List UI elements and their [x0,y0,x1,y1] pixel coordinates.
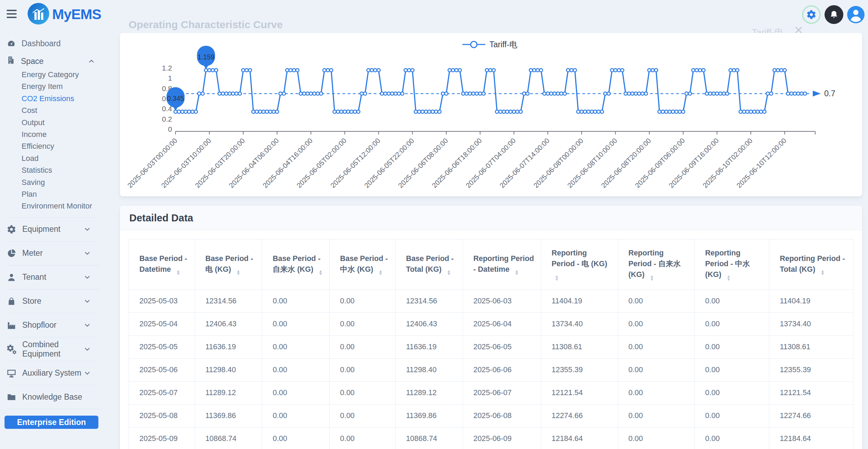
table-cell: 0.00 [695,335,769,358]
table-row: 2025-05-0412406.430.000.0012406.432025-0… [129,312,853,335]
sidebar-group-store[interactable]: Store [6,289,99,313]
sidebar-item-statistics[interactable]: Statistics [6,164,103,176]
svg-text:1.159: 1.159 [197,53,214,61]
table-cell: 2025-06-05 [463,335,541,358]
sort-updown-icon: ▲▼ [820,270,825,276]
sidebar-item-saving[interactable]: Saving [6,177,103,188]
sort-updown-icon: ▲▼ [447,270,451,276]
tariff-chart[interactable]: Tariff-电2025-06-03T00:00:002025-06-03T10… [120,33,862,196]
y-axis-label: 0.2 [162,115,172,123]
table-cell: 12121.54 [541,381,618,404]
brand-name: MyEMS [52,6,101,23]
sidebar-group-auxiliary-system[interactable]: Auxiliary System [6,361,99,385]
enterprise-edition-button[interactable]: Enterprise Edition [5,416,98,429]
chevron-down-icon [83,369,91,377]
column-header-label: Reporting Period - 自来水 (KG) [628,249,681,279]
table-cell: 0.00 [695,289,769,312]
column-header-base-period-中水-kg-[interactable]: Base Period - 中水 (KG) ▲▼ [330,239,396,290]
table-cell: 0.00 [330,381,396,404]
column-header-reporting-period-total-kg-[interactable]: Reporting Period - Total (KG) ▲▼ [769,239,853,290]
table-cell: 0.00 [618,427,695,449]
chart-card: Tariff-电2025-06-03T00:00:002025-06-03T10… [120,33,862,196]
table-cell: 13734.40 [541,312,618,335]
sidebar-group-label: Knowledge Base [22,392,82,402]
column-header-reporting-period-datetime[interactable]: Reporting Period - Datetime ▲▼ [463,239,541,290]
column-header-reporting-period-电-kg-[interactable]: Reporting Period - 电 (KG) ▲▼ [541,239,618,290]
column-header-base-period-自来水-kg-[interactable]: Base Period - 自来水 (KG) ▲▼ [262,239,330,290]
pie-chart-icon [6,248,17,258]
scrolled-page-title: Operating Characteristic Curve [129,19,283,31]
sidebar-group-combined-equipment[interactable]: Combined Equipment [6,337,99,361]
table-cell: 10868.74 [195,427,262,449]
column-header-label: Reporting Period - Total (KG) [780,254,845,274]
sort-updown-icon: ▲▼ [379,270,383,276]
detailed-data-card: Detailed Data Base Period - Datetime ▲▼B… [120,206,862,449]
table-cell: 0.00 [262,404,330,427]
table-cell: 11298.40 [195,358,262,381]
table-row: 2025-05-0312314.560.000.0012314.562025-0… [129,289,853,312]
table-cell: 12184.64 [541,427,618,449]
column-header-reporting-period-中水-kg-[interactable]: Reporting Period - 中水 (KG) ▲▼ [695,239,769,290]
sidebar-group-space[interactable]: Space [6,55,103,67]
card-header: Detailed Data [120,206,862,230]
app-root: MyEMS Dashboard [0,0,868,449]
sidebar-group-label: Tenant [22,272,46,282]
sidebar-group-equipment[interactable]: Equipment [6,217,99,241]
sidebar-nav: Dashboard Space [0,28,103,409]
chevron-down-icon [83,345,91,353]
column-header-base-period-total-kg-[interactable]: Base Period - Total (KG) ▲▼ [395,239,463,290]
sidebar-item-energy-category[interactable]: Energy Category [6,69,103,81]
sort-updown-icon: ▲▼ [555,275,559,281]
sidebar-item-load[interactable]: Load [6,153,103,164]
sidebar-item-plan[interactable]: Plan [6,188,103,200]
table-cell: 2025-05-09 [129,427,195,449]
sidebar-group-shopfloor[interactable]: Shopfloor [6,313,99,337]
table-row: 2025-05-0611298.400.000.0011298.402025-0… [129,358,853,381]
sort-updown-icon: ▲▼ [318,270,323,276]
sidebar-item-income[interactable]: Income [6,129,103,140]
sidebar-group-tenant[interactable]: Tenant [6,265,99,289]
table-cell: 2025-06-08 [463,404,541,427]
table-row: 2025-05-0711289.120.000.0011289.122025-0… [129,381,853,404]
sidebar-item-output[interactable]: Output [6,117,103,129]
user-avatar-icon[interactable] [847,6,865,23]
sidebar-group-meter[interactable]: Meter [6,241,99,265]
notifications-bell-icon[interactable] [825,5,843,24]
column-header-base-period-datetime[interactable]: Base Period - Datetime ▲▼ [129,239,195,290]
table-cell: 12274.66 [541,404,618,427]
sidebar-item-efficiency[interactable]: Efficiency [6,140,103,152]
table-cell: 2025-06-04 [463,312,541,335]
table-cell: 12355.39 [541,358,618,381]
sidebar-item-energy-item[interactable]: Energy Item [6,81,103,92]
table-row: 2025-05-0910868.740.000.0010868.742025-0… [129,427,853,449]
table-cell: 2025-05-07 [129,381,195,404]
sort-updown-icon: ▲▼ [727,275,731,281]
table-row: 2025-05-0811369.860.000.0011369.862025-0… [129,404,853,427]
table-cell: 0.00 [618,358,695,381]
column-header-base-period-电-kg-[interactable]: Base Period - 电 (KG) ▲▼ [195,239,262,290]
chevron-down-icon [83,297,91,305]
sidebar-group-knowledge-base[interactable]: Knowledge Base [6,385,99,409]
legend-tariff[interactable]: Tariff-电 [462,40,517,49]
column-header-label: Reporting Period - Datetime [473,254,534,274]
sidebar-item-cost[interactable]: Cost [6,105,103,116]
myems-logo[interactable]: MyEMS [27,3,101,26]
column-header-reporting-period-自来水-kg-[interactable]: Reporting Period - 自来水 (KG) ▲▼ [618,239,695,290]
folder-icon [6,392,17,402]
table-cell: 11308.61 [541,335,618,358]
hamburger-menu-button[interactable] [7,10,17,18]
table-cell: 11636.19 [395,335,463,358]
table-cell: 0.00 [618,404,695,427]
reference-line-avg: 0.7 [176,89,835,98]
sidebar-group-label: Meter [22,248,43,258]
table-row: 2025-05-0511636.190.000.0011636.192025-0… [129,335,853,358]
sidebar-item-environment-monitor[interactable]: Environment Monitor [6,200,103,212]
table-cell: 2025-05-06 [129,358,195,381]
sidebar-item-dashboard[interactable]: Dashboard [6,38,103,49]
settings-gear-icon[interactable] [802,5,821,24]
sidebar-item-co2-emissions[interactable]: CO2 Emissions [6,93,103,105]
table-cell: 11636.19 [195,335,262,358]
table-cell: 0.00 [618,381,695,404]
table-cell: 2025-06-06 [463,358,541,381]
series-tariff-line [174,68,806,113]
